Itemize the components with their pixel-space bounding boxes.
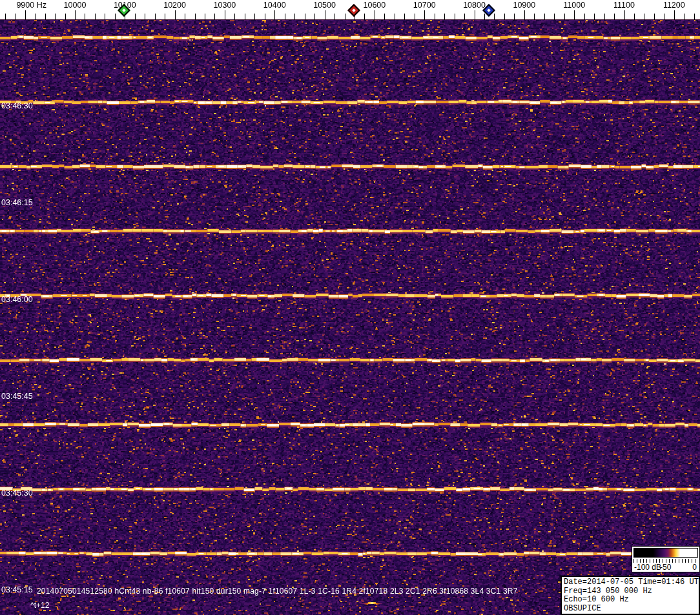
info-date-line: Date=2014-07-05 Time=01:46 UTC xyxy=(564,578,697,587)
observation-info-box: Date=2014-07-05 Time=01:46 UTC Freq=143 … xyxy=(561,576,700,615)
time-label-034600: 03:46:00 xyxy=(1,295,33,304)
freq-tick-label-10000: 10000 xyxy=(48,1,102,10)
marker-red-center-dot xyxy=(352,8,356,12)
freq-tick-label-11200: 11200 xyxy=(647,1,700,10)
spectrogram-app-screen: 9900 Hz100001010010200103001040010500106… xyxy=(0,0,700,615)
marker-green-center-dot xyxy=(122,8,126,12)
time-label-034545: 03:45:45 xyxy=(1,392,33,401)
freq-tick-label-10300: 10300 xyxy=(198,1,252,10)
legend-label-max: 0 xyxy=(692,563,697,572)
time-label-034615: 03:46:15 xyxy=(1,198,33,207)
time-label-034515: 03:45:15 xyxy=(1,585,33,594)
legend-label-mid: -50 xyxy=(660,563,671,572)
freq-tick-label-10500: 10500 xyxy=(298,1,352,10)
legend-gradient-bar xyxy=(633,548,698,558)
frequency-ruler: 9900 Hz100001010010200103001040010500106… xyxy=(0,0,700,20)
time-label-034530: 03:45:30 xyxy=(1,489,33,498)
freq-tick-label-11100: 11100 xyxy=(597,1,652,10)
freq-tick-label-10200: 10200 xyxy=(148,1,202,10)
freq-tick-label-10700: 10700 xyxy=(397,1,451,10)
info-freq-line: Freq=143 050 000 Hz xyxy=(564,587,697,596)
info-echo-line: Echo=10 600 Hz xyxy=(564,596,697,605)
db-color-legend: -100 dB -50 0 xyxy=(632,546,700,572)
marker-blue-center-dot xyxy=(487,8,491,12)
trigger-footnote-text: ^t+12 xyxy=(30,601,49,610)
freq-tick-label-11000: 11000 xyxy=(547,1,601,10)
detection-record-text: 20140705014512580 hCnt43 nb-86 f10607 hi… xyxy=(37,587,518,596)
info-station-line: OBSUPICE xyxy=(564,605,697,614)
freq-tick-label-10900: 10900 xyxy=(497,1,551,10)
time-label-034630: 03:46:30 xyxy=(1,101,33,110)
legend-label-min: -100 dB xyxy=(634,563,661,572)
spectrogram-waterfall[interactable] xyxy=(0,20,700,615)
freq-tick-label-10400: 10400 xyxy=(247,1,302,10)
